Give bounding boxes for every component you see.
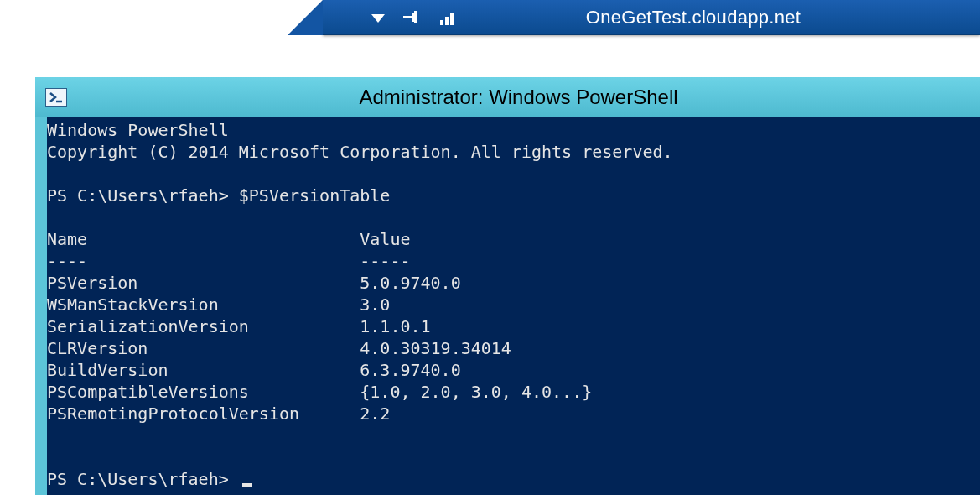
pin-icon[interactable] (403, 10, 422, 25)
connection-bar-icons (323, 10, 457, 25)
connection-hostname: OneGetTest.cloudapp.net (457, 7, 980, 29)
window-title: Administrator: Windows PowerShell (67, 86, 970, 109)
chevron-down-icon[interactable] (371, 13, 385, 23)
signal-icon[interactable] (440, 10, 457, 25)
svg-rect-6 (450, 13, 454, 25)
powershell-icon (45, 88, 67, 107)
powershell-window[interactable]: Administrator: Windows PowerShell Window… (35, 77, 980, 495)
svg-rect-5 (445, 17, 449, 25)
svg-rect-1 (403, 16, 412, 18)
svg-rect-4 (440, 20, 443, 25)
rdp-connection-bar[interactable]: OneGetTest.cloudapp.net (323, 0, 980, 35)
prompt: PS C:\Users\rfaeh> (47, 185, 239, 206)
command: $PSVersionTable (239, 185, 391, 206)
svg-rect-2 (412, 13, 414, 22)
svg-rect-3 (414, 11, 417, 23)
connection-bar-notch (288, 0, 323, 35)
cursor (242, 483, 252, 487)
terminal-output[interactable]: Windows PowerShell Copyright (C) 2014 Mi… (47, 117, 980, 495)
svg-marker-0 (371, 14, 385, 23)
prompt: PS C:\Users\rfaeh> (47, 469, 239, 489)
version-table: Name Value ---- ----- PSVersion 5.0.9740… (47, 229, 592, 424)
window-titlebar[interactable]: Administrator: Windows PowerShell (35, 77, 980, 117)
banner-line: Copyright (C) 2014 Microsoft Corporation… (47, 142, 673, 162)
banner-line: Windows PowerShell (47, 120, 229, 140)
